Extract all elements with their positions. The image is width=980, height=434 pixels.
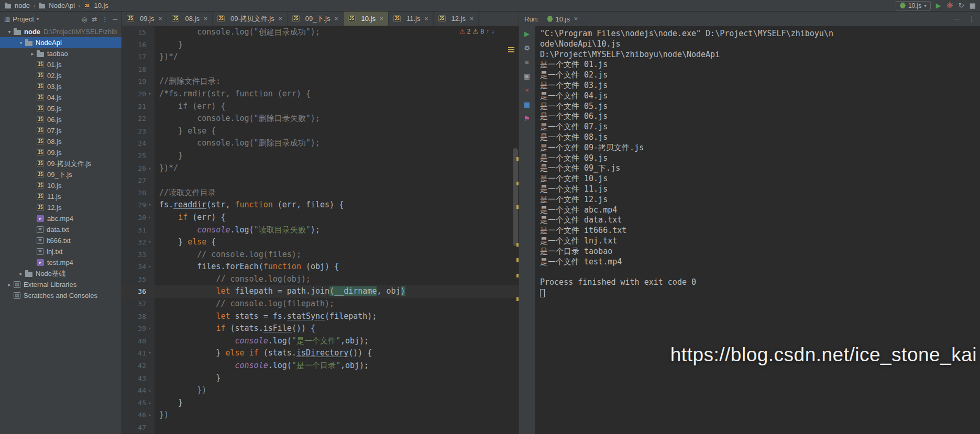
- code-line-26[interactable]: 26▴})*/: [122, 162, 519, 175]
- fold-marker-icon[interactable]: ▴: [146, 162, 153, 175]
- tab-12.js[interactable]: JS12.js×: [434, 12, 479, 26]
- code-line-16[interactable]: 16 }: [122, 39, 519, 51]
- layout-grid-icon[interactable]: ▦: [524, 101, 530, 108]
- code-line-28[interactable]: 28//读取文件目录: [122, 187, 519, 199]
- code-line-27[interactable]: 27: [122, 174, 519, 187]
- console-output[interactable]: "C:\Program Files\nodejs\node.exe" D:\Pr…: [535, 26, 980, 434]
- code-line-17[interactable]: 17})*/: [122, 51, 519, 63]
- tree-item-04.js[interactable]: JS04.js: [0, 92, 122, 103]
- code-line-34[interactable]: 34▾ files.forEach(function (obj) {: [122, 261, 519, 273]
- close-icon[interactable]: ×: [380, 15, 383, 23]
- tab-11.js[interactable]: JS11.js×: [389, 12, 434, 26]
- code-line-22[interactable]: 22 console.log("删除目录失败");: [122, 113, 519, 125]
- code-line-21[interactable]: 21 if (err) {: [122, 101, 519, 113]
- close-icon[interactable]: ×: [334, 15, 338, 23]
- close-icon[interactable]: ×: [424, 15, 428, 23]
- tree-item-09_下.js[interactable]: JS09_下.js: [0, 169, 122, 180]
- code-line-31[interactable]: 31 console.log("读取目录失败");: [122, 224, 519, 237]
- tree-item-09.js[interactable]: JS09.js: [0, 147, 122, 158]
- tree-item-06.js[interactable]: JS06.js: [0, 114, 122, 125]
- code-line-47[interactable]: 47: [122, 421, 519, 434]
- tree-item-12.js[interactable]: JS12.js: [0, 202, 122, 213]
- code-line-40[interactable]: 40 console.log("是一个文件",obj);: [122, 335, 519, 348]
- tree-chevron-icon[interactable]: ▸: [17, 271, 25, 276]
- code-line-43[interactable]: 43 }: [122, 372, 519, 385]
- tree-item-External Libraries[interactable]: ▸▤External Libraries: [0, 279, 122, 290]
- code-line-18[interactable]: 18: [122, 63, 519, 76]
- tree-item-NodeApi[interactable]: ▾NodeApi: [0, 37, 122, 48]
- tab-09-拷贝文件.js[interactable]: JS09-拷贝文件.js×: [213, 12, 288, 26]
- rerun-icon[interactable]: ▶: [524, 30, 530, 37]
- fold-marker-icon[interactable]: ▾: [146, 88, 153, 101]
- code-line-45[interactable]: 45▴ }: [122, 397, 519, 409]
- tree-item-taobao[interactable]: ▸taobao: [0, 48, 122, 59]
- project-panel-title[interactable]: Project: [13, 15, 34, 23]
- profiler-button[interactable]: ▦: [970, 2, 976, 9]
- run-button[interactable]: ▶: [936, 2, 941, 9]
- inspections-widget[interactable]: ⚠2 ⚠8 ↑ ↓: [457, 28, 497, 35]
- editor-surface[interactable]: 15 console.log("创建目录成功");16 }17})*/1819/…: [122, 26, 519, 434]
- fold-marker-icon[interactable]: ▾: [146, 199, 153, 212]
- run-config-selector[interactable]: 10.js ▾: [896, 1, 931, 10]
- tree-item-test.mp4[interactable]: ▸test.mp4: [0, 257, 122, 268]
- code-line-19[interactable]: 19//删除文件目录:: [122, 75, 519, 88]
- tree-chevron-icon[interactable]: ▾: [5, 29, 14, 35]
- restore-layout-icon[interactable]: ▣: [524, 73, 530, 80]
- tree-item-09-拷贝文件.js[interactable]: JS09-拷贝文件.js: [0, 158, 122, 169]
- breadcrumb-item-10.js[interactable]: JS10.js: [83, 2, 108, 9]
- breadcrumb-item-NodeApi[interactable]: NodeApi: [38, 2, 75, 9]
- tree-item-01.js[interactable]: JS01.js: [0, 59, 122, 70]
- tree-chevron-icon[interactable]: ▸: [28, 51, 37, 57]
- code-line-41[interactable]: 41▾ } else if (stats.isDirectory()) {: [122, 347, 519, 360]
- tree-chevron-icon[interactable]: ▸: [5, 282, 14, 287]
- tree-item-abc.mp4[interactable]: ▸abc.mp4: [0, 213, 122, 224]
- close-icon[interactable]: ×: [279, 15, 282, 23]
- code-line-20[interactable]: 20▾/*fs.rmdir(str, function (err) {: [122, 88, 519, 101]
- code-line-37[interactable]: 37 // console.log(filepath);: [122, 298, 519, 310]
- code-line-25[interactable]: 25 }: [122, 150, 519, 162]
- minimize-icon[interactable]: ─: [954, 15, 959, 23]
- tree-item-03.js[interactable]: JS03.js: [0, 81, 122, 92]
- code-line-44[interactable]: 44▴ }): [122, 384, 519, 397]
- close-icon[interactable]: ×: [204, 15, 207, 23]
- next-issue-icon[interactable]: ↓: [491, 28, 494, 35]
- tree-item-07.js[interactable]: JS07.js: [0, 125, 122, 136]
- clear-console-icon[interactable]: ×: [525, 87, 529, 94]
- tree-item-node[interactable]: ▾nodeD:\Project\MYSELF\zhib: [0, 26, 122, 37]
- fold-marker-icon[interactable]: ▴: [146, 384, 153, 397]
- fold-marker-icon[interactable]: ▾: [146, 236, 153, 249]
- code-line-39[interactable]: 39▾ if (stats.isFile()) {: [122, 322, 519, 335]
- code-line-36[interactable]: 36 let filepath = path.join(__dirname, o…: [122, 285, 519, 298]
- code-line-33[interactable]: 33 // console.log(files);: [122, 249, 519, 261]
- tab-09_下.js[interactable]: JS09_下.js×: [288, 12, 344, 26]
- prev-issue-icon[interactable]: ↑: [486, 28, 489, 35]
- pin-icon[interactable]: ⚑: [524, 115, 530, 122]
- code-line-24[interactable]: 24 console.log("删除目录成功");: [122, 137, 519, 150]
- coverage-button[interactable]: ↻: [959, 2, 964, 9]
- tree-item-08.js[interactable]: JS08.js: [0, 136, 122, 147]
- code-line-38[interactable]: 38 let stats = fs.statSync(filepath);: [122, 310, 519, 323]
- collapse-all-icon[interactable]: ⇄: [92, 16, 97, 23]
- close-icon[interactable]: ×: [470, 15, 474, 23]
- tree-item-10.js[interactable]: JS10.js: [0, 180, 122, 191]
- editor-scrollbar[interactable]: [513, 148, 518, 246]
- tree-item-Scratches and Consoles[interactable]: ▤Scratches and Consoles: [0, 290, 122, 301]
- fold-marker-icon[interactable]: ▴: [146, 409, 153, 421]
- code-line-46[interactable]: 46▴}): [122, 409, 519, 421]
- panel-options-icon[interactable]: ⋮: [102, 16, 108, 23]
- tree-item-data.txt[interactable]: ≡data.txt: [0, 224, 122, 235]
- code-line-42[interactable]: 42 console.log("是一个目录",obj);: [122, 360, 519, 372]
- tree-chevron-icon[interactable]: ▾: [17, 40, 25, 46]
- run-tab[interactable]: 10.js ×: [543, 12, 581, 26]
- tree-item-Node基础[interactable]: ▸Node基础: [0, 268, 122, 279]
- code-line-23[interactable]: 23 } else {: [122, 125, 519, 138]
- close-icon[interactable]: ×: [158, 15, 162, 23]
- tree-item-11.js[interactable]: JS11.js: [0, 191, 122, 202]
- tree-item-lnj.txt[interactable]: ≡lnj.txt: [0, 246, 122, 257]
- tree-item-it666.txt[interactable]: ≡it666.txt: [0, 235, 122, 246]
- chevron-down-icon[interactable]: ▾: [37, 16, 39, 21]
- code-line-32[interactable]: 32▾ } else {: [122, 236, 519, 249]
- fold-marker-icon[interactable]: ▾: [146, 261, 153, 273]
- fold-marker-icon[interactable]: ▴: [146, 397, 153, 409]
- close-icon[interactable]: ×: [574, 15, 578, 23]
